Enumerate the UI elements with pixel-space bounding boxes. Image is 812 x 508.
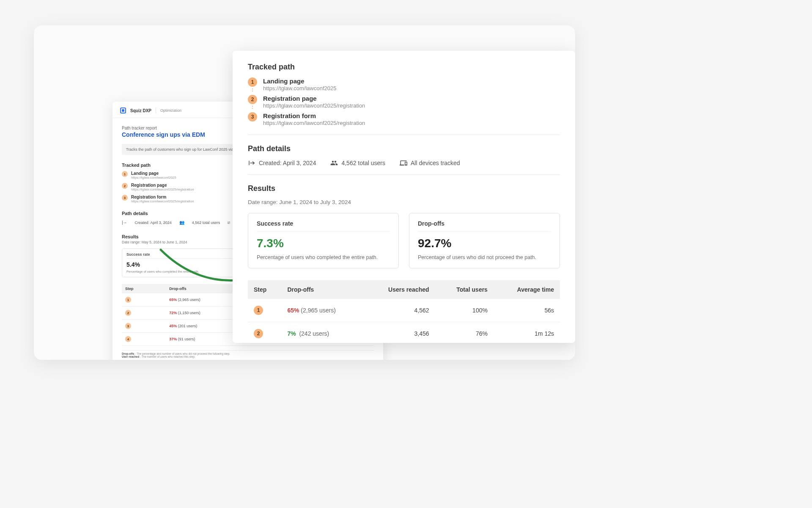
dropoff-users: (2,965 users): [301, 307, 335, 314]
footnote-text: - The percentage and number of users who…: [134, 352, 230, 355]
success-rate-card: Success rate 7.3% Percentage of users wh…: [248, 213, 399, 268]
step-url: https://tglaw.com/lawconf2025/registrati…: [131, 188, 194, 191]
step-name: Registration form: [131, 195, 194, 199]
footnote: Drop-offs - The percentage and number of…: [122, 350, 374, 358]
step-name: Landing page: [263, 77, 336, 85]
col-step: Step: [248, 280, 281, 299]
step-url: https://tglaw.com/lawconf2025/registrati…: [263, 102, 365, 109]
step-badge-icon: 1: [254, 306, 263, 315]
step-badge-icon: 2: [254, 329, 263, 338]
col-dropoffs: Drop-offs: [281, 280, 363, 299]
section-divider: [248, 135, 560, 135]
dropoff-pct: 65%: [169, 298, 177, 302]
step-name: Registration page: [131, 183, 194, 188]
dropoff-users: (201 users): [178, 324, 198, 328]
users-reached: 4,562: [363, 299, 435, 322]
users-icon: [330, 159, 338, 167]
brand-name: Squiz DXP: [130, 108, 151, 113]
tracked-step: 3 Registration form https://tglaw.com/la…: [248, 112, 560, 126]
step-url: https://tglaw.com/lawconf2025: [263, 85, 336, 91]
step-name: Registration page: [263, 95, 365, 102]
path-details-heading: Path details: [248, 144, 560, 153]
success-rate-label: Success rate: [257, 220, 390, 232]
step-connector-icon: [252, 87, 253, 93]
table-row: 1 65% (2,965 users) 4,562 100% 56s: [248, 299, 560, 322]
success-rate-hint: Percentage of users who completed the en…: [257, 254, 390, 260]
step-connector-icon: [252, 104, 253, 110]
brand-logo-icon: [120, 108, 126, 113]
tracked-step: 1 Landing page https://tglaw.com/lawconf…: [248, 77, 560, 93]
total-users-pct: 76%: [435, 322, 494, 343]
success-rate-value: 5.4%: [126, 261, 241, 268]
footnote-text: - The number of users who reached this s…: [139, 355, 195, 358]
dropoff-pct: 45%: [169, 324, 177, 328]
drop-offs-value: 92.7%: [418, 237, 551, 250]
step-url: https://tglaw.com/lawconf2025/registrati…: [131, 199, 194, 203]
header-divider: [156, 108, 156, 113]
drop-offs-card: Drop-offs 92.7% Percentage of users who …: [409, 213, 560, 268]
step-badge-icon: 1: [122, 171, 128, 177]
step-name: Landing page: [131, 171, 176, 176]
step-badge-icon: 2: [248, 95, 257, 104]
success-rate-value: 7.3%: [257, 237, 390, 250]
step-badge-icon: 3: [122, 195, 128, 201]
col-average-time: Average time: [494, 280, 560, 299]
step-badge-icon: 2: [125, 310, 131, 316]
dropoff-users: (1,150 users): [178, 311, 200, 315]
success-rate-label: Success rate: [126, 252, 241, 259]
col-users-reached: Users reached: [363, 280, 435, 299]
devices-tracked: All devices tracked: [411, 160, 460, 166]
step-badge-icon: 4: [125, 336, 131, 342]
total-users: 4,562 total users: [192, 221, 220, 225]
results-table: Step Drop-offs Users reached Total users…: [248, 280, 560, 343]
results-date-range: Date range: June 1, 2024 to July 3, 2024: [248, 199, 560, 205]
created-date: Created: April 3, 2024: [135, 221, 172, 225]
table-row: 2 7% (242 users) 3,456 76% 1m 12s: [248, 322, 560, 343]
breadcrumb-section[interactable]: Optimization: [160, 108, 181, 113]
results-heading: Results: [248, 184, 560, 193]
path-details-row: Created: April 3, 2024 4,562 total users…: [248, 159, 560, 167]
tracked-path-heading: Tracked path: [248, 63, 560, 72]
devices-icon: ⎚: [228, 220, 230, 225]
dropoff-pct: 65%: [287, 307, 299, 314]
drop-offs-label: Drop-offs: [418, 220, 551, 232]
users-icon: 👥: [179, 220, 184, 225]
tracked-step: 2 Registration page https://tglaw.com/la…: [248, 95, 560, 110]
dropoff-pct: 37%: [169, 337, 177, 341]
date-created-icon: [248, 159, 255, 167]
average-time: 56s: [494, 299, 560, 322]
created-date: Created: April 3, 2024: [259, 160, 316, 166]
section-divider: [248, 174, 560, 175]
date-created-icon: |→: [122, 220, 127, 225]
step-badge-icon: 2: [122, 183, 128, 189]
total-users-pct: 100%: [435, 299, 494, 322]
dropoff-users: (91 users): [178, 337, 195, 341]
dropoff-users: (2,965 users): [178, 298, 200, 302]
footnote-label: Drop-offs: [122, 352, 134, 355]
devices-icon: [400, 159, 407, 167]
average-time: 1m 12s: [494, 322, 560, 343]
step-badge-icon: 3: [248, 112, 257, 121]
step-name: Registration form: [263, 112, 365, 119]
dropoff-users: (242 users): [299, 330, 329, 337]
report-panel-current: Tracked path 1 Landing page https://tgla…: [233, 51, 575, 343]
step-badge-icon: 3: [125, 323, 131, 329]
drop-offs-hint: Percentage of users who did not proceed …: [418, 254, 551, 260]
comparison-card: Squiz DXP Optimization Path tracker repo…: [34, 25, 575, 360]
step-badge-icon: 1: [248, 77, 257, 87]
dropoff-pct: 7%: [287, 330, 296, 337]
step-url: https://tglaw.com/lawconf2025/registrati…: [263, 120, 365, 126]
step-badge-icon: 1: [125, 297, 131, 303]
col-total-users: Total users: [435, 280, 494, 299]
success-rate-card: Success rate 5.4% Percentage of users wh…: [122, 248, 245, 277]
step-url: https://tglaw.com/lawconf2025: [131, 176, 176, 179]
dropoff-pct: 72%: [169, 311, 177, 315]
users-reached: 3,456: [363, 322, 435, 343]
success-rate-hint: Percentage of users who completed the en…: [126, 270, 241, 273]
footnote-label: User reached: [122, 355, 139, 358]
col-step: Step: [122, 284, 166, 293]
total-users: 4,562 total users: [341, 160, 385, 166]
